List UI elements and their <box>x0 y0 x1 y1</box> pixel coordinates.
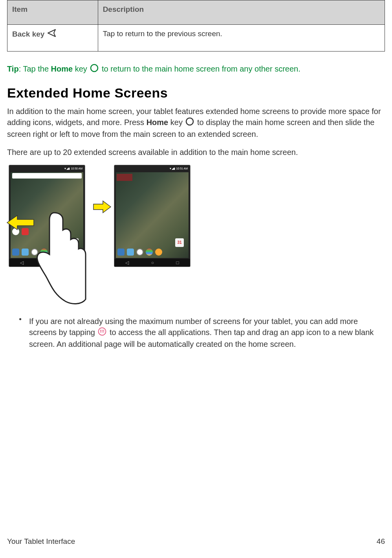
tip-home: Home <box>51 64 73 73</box>
nav-recent-icon: □ <box>176 260 179 266</box>
nav-back-icon: ◁ <box>125 260 129 266</box>
nav-home-icon: ○ <box>151 260 154 266</box>
all-apps-icon <box>98 327 106 339</box>
hand-swipe-icon <box>31 208 86 298</box>
back-key-label: Back key <box>12 29 44 38</box>
items-table: Item Description Back key Tap to return … <box>7 0 385 52</box>
tip-label: Tip <box>7 64 19 73</box>
section-heading: Extended Home Screens <box>7 84 385 103</box>
nav-back-icon: ◁ <box>20 260 24 266</box>
tablet-extended-screen: ▼◢▮ 10:51 AM 31 ◁ ○ □ <box>114 165 191 267</box>
svg-point-8 <box>103 331 104 332</box>
list-item: If you are not already using the maximum… <box>19 316 385 350</box>
table-row: Back key Tap to return to the previous s… <box>7 24 385 52</box>
tip-text: Tip: Tap the Home key to return to the m… <box>7 63 385 75</box>
calendar-icon: 31 <box>175 238 184 247</box>
footer-section: Your Tablet Interface <box>7 536 75 547</box>
svg-point-4 <box>102 330 103 331</box>
swipe-left-arrow-icon <box>6 214 35 234</box>
svg-point-7 <box>102 331 103 332</box>
bullet-list: If you are not already using the maximum… <box>7 316 385 350</box>
home-key-bold: Home <box>147 118 169 127</box>
home-icon <box>185 117 194 129</box>
screenshots-figure: ▼◢▮ 10:50 AM 31 ◁ ○ □ <box>7 165 385 306</box>
home-icon <box>90 64 99 75</box>
back-key-description: Tap to return to the previous screen. <box>98 24 385 52</box>
paragraph-2: There are up to 20 extended screens avai… <box>7 147 385 158</box>
paragraph-1: In addition to the main home screen, you… <box>7 106 385 140</box>
google-search-bar <box>12 173 82 179</box>
svg-point-3 <box>100 330 101 331</box>
back-icon <box>47 29 59 41</box>
status-bar: ▼◢▮ 10:51 AM <box>169 167 188 171</box>
svg-point-6 <box>100 331 101 332</box>
th-item: Item <box>7 0 98 25</box>
footer-page-number: 46 <box>377 536 385 547</box>
swipe-right-arrow-icon <box>93 200 112 216</box>
th-description: Description <box>98 0 385 25</box>
status-bar: ▼◢▮ 10:50 AM <box>64 167 82 171</box>
svg-point-0 <box>91 64 98 72</box>
svg-point-5 <box>103 330 104 331</box>
page-footer: Your Tablet Interface 46 <box>7 536 385 547</box>
svg-point-1 <box>186 118 193 125</box>
